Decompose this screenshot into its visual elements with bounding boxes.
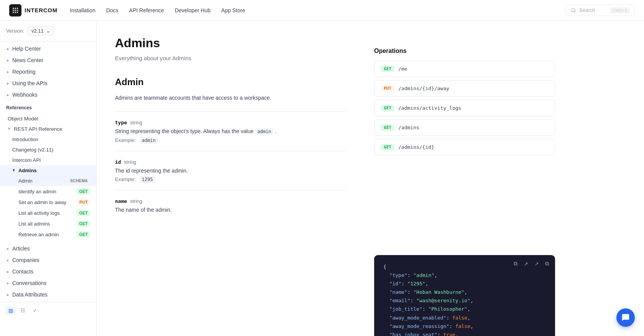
page-subtitle: Everything about your Admins bbox=[115, 55, 347, 61]
svg-rect-5 bbox=[17, 10, 18, 11]
field-example-id: Example: 1295 bbox=[115, 176, 347, 182]
sidebar-item-set-admin-away[interactable]: Set an admin to away PUT bbox=[0, 197, 96, 208]
svg-rect-0 bbox=[13, 8, 14, 9]
sidebar-section-more: ► Articles ► Companies ► Contacts ► bbox=[0, 241, 96, 302]
nav-api-reference[interactable]: API Reference bbox=[129, 7, 164, 13]
code-content: { "type": "admin", "id": "1295", "name":… bbox=[383, 263, 546, 336]
field-example-type: Example: admin bbox=[115, 137, 347, 143]
sidebar-item-changelog[interactable]: Changelog (v2.11) bbox=[0, 145, 96, 155]
sidebar-item-label: Contacts bbox=[12, 268, 33, 275]
field-type: type string String representing the obje… bbox=[115, 119, 347, 143]
field-desc-name: The name of the admin. bbox=[115, 206, 347, 214]
sidebar-item-label: Webhooks bbox=[12, 92, 38, 98]
field-type-label: string bbox=[130, 120, 142, 125]
sidebar-item-reporting[interactable]: ► Reporting bbox=[0, 66, 96, 77]
nav-installation[interactable]: Installation bbox=[70, 7, 95, 13]
sidebar-item-list-activity-logs[interactable]: List all activity logs GET bbox=[0, 208, 96, 218]
sidebar-item-using-apis[interactable]: ► Using the APIs bbox=[0, 77, 96, 89]
logo[interactable]: INTERCOM bbox=[9, 4, 58, 16]
sidebar-item-help-center[interactable]: ► Help Center bbox=[0, 43, 96, 54]
sidebar-item-retrieve-admin[interactable]: Retrieve an admin GET bbox=[0, 229, 96, 240]
code-collapse-button[interactable]: ⧉ bbox=[512, 260, 519, 268]
op-method-put: PUT bbox=[381, 85, 394, 92]
sidebar-item-conversations[interactable]: ► Conversations bbox=[0, 277, 96, 289]
operation-get-admin-id[interactable]: GET /admins/{id} bbox=[374, 139, 555, 155]
code-toolbar: ⧉ ↗ ↗ ⧉ bbox=[512, 260, 550, 268]
sidebar-item-news-center[interactable]: ► News Center bbox=[0, 54, 96, 66]
page-title: Admins bbox=[115, 36, 347, 50]
op-method-get: GET bbox=[381, 124, 394, 131]
search-shortcut: CMD+K bbox=[610, 7, 630, 13]
chevron-icon: ► bbox=[6, 93, 10, 97]
admins-children: Admin SCHEMA Identify an admin GET Set a… bbox=[0, 176, 96, 240]
sidebar-item-webhooks[interactable]: ► Webhooks bbox=[0, 89, 96, 100]
nav-app-store[interactable]: App Store bbox=[221, 7, 245, 13]
sidebar-section-references: Object Model ► REST API Reference Introd… bbox=[0, 112, 96, 241]
sidebar-item-label: News Center bbox=[12, 57, 43, 63]
sidebar-item-introduction[interactable]: Introduction bbox=[0, 134, 96, 145]
sidebar-item-label: Articles bbox=[12, 245, 30, 252]
version-label: Version: bbox=[6, 28, 24, 34]
sidebar-item-rest-api[interactable]: ► REST API Reference bbox=[0, 124, 96, 134]
sidebar-item-admins[interactable]: ► Admins bbox=[0, 165, 96, 176]
operation-get-admins[interactable]: GET /admins bbox=[374, 119, 555, 136]
layout: Version: v2.11 ⌄ ► Help Center ► News Ce… bbox=[0, 21, 644, 336]
code-inline-admin: admin bbox=[255, 128, 273, 135]
sidebar-leaf-label: Admin bbox=[18, 178, 33, 184]
badge-get: GET bbox=[77, 210, 90, 216]
badge-put: PUT bbox=[77, 199, 90, 205]
sidebar-item-list-admins[interactable]: List all admins GET bbox=[0, 218, 96, 229]
op-path: /admins bbox=[398, 125, 419, 130]
sidebar-item-intercom-api[interactable]: Intercom API bbox=[0, 155, 96, 165]
svg-rect-6 bbox=[13, 12, 14, 13]
nav-docs[interactable]: Docs bbox=[106, 7, 118, 13]
sidebar-item-admin[interactable]: Admin SCHEMA bbox=[0, 176, 96, 186]
code-block: ⧉ ↗ ↗ ⧉ { "type": "admin", "id": "1295",… bbox=[374, 255, 555, 336]
sidebar-item-contacts[interactable]: ► Contacts bbox=[0, 266, 96, 277]
sidebar-leaf-label: Intercom API bbox=[12, 157, 41, 163]
topnav: INTERCOM Installation Docs API Reference… bbox=[0, 0, 644, 21]
sidebar-item-identify-admin[interactable]: Identify an admin GET bbox=[0, 186, 96, 197]
operation-get-activity[interactable]: GET /admins/activity_logs bbox=[374, 100, 555, 116]
main-content-area: Admins Everything about your Admins Admi… bbox=[97, 21, 644, 336]
code-expand-button[interactable]: ↗ bbox=[522, 260, 530, 268]
view-mode-button-3[interactable]: ✓ bbox=[30, 306, 40, 315]
op-method-get: GET bbox=[381, 66, 394, 72]
operation-get-me[interactable]: GET /me bbox=[374, 61, 555, 77]
sidebar-item-label: Data Attributes bbox=[12, 292, 48, 298]
right-panel: Operations GET /me PUT /admins/{id}/away… bbox=[365, 21, 564, 336]
divider bbox=[115, 111, 347, 112]
view-mode-button-1[interactable]: ▧ bbox=[5, 306, 16, 315]
divider bbox=[115, 151, 347, 151]
operation-put-away[interactable]: PUT /admins/{id}/away bbox=[374, 80, 555, 97]
divider bbox=[115, 190, 347, 190]
sidebar-item-companies[interactable]: ► Companies bbox=[0, 254, 96, 266]
chevron-icon: ► bbox=[6, 293, 10, 297]
chevron-icon: ► bbox=[6, 47, 10, 51]
field-name-id: id bbox=[115, 159, 121, 165]
svg-rect-3 bbox=[13, 10, 14, 11]
version-select[interactable]: v2.11 ⌄ bbox=[27, 26, 54, 36]
chevron-icon: ► bbox=[12, 169, 16, 173]
svg-point-9 bbox=[572, 8, 575, 12]
nav-developer-hub[interactable]: Developer Hub bbox=[175, 7, 210, 13]
chevron-icon: ► bbox=[6, 58, 10, 63]
search-box[interactable]: Search CMD+K bbox=[566, 5, 635, 16]
badge-get: GET bbox=[77, 231, 90, 237]
sidebar-item-label: Companies bbox=[12, 257, 39, 263]
view-mode-button-2[interactable]: ☷ bbox=[18, 306, 28, 315]
badge-get: GET bbox=[77, 221, 90, 227]
operations-section: Operations GET /me PUT /admins/{id}/away… bbox=[374, 48, 555, 155]
section-title-admin: Admin bbox=[115, 77, 347, 87]
sidebar-item-object-model[interactable]: Object Model bbox=[0, 114, 96, 124]
sidebar-item-data-attributes[interactable]: ► Data Attributes bbox=[0, 289, 96, 300]
sidebar-bottom-toolbar: ▧ ☷ ✓ bbox=[0, 302, 96, 319]
rest-api-children: Introduction Changelog (v2.11) Intercom … bbox=[0, 134, 96, 240]
chevron-icon: ► bbox=[6, 70, 10, 74]
chat-button[interactable] bbox=[616, 308, 635, 327]
code-copy-button[interactable]: ⧉ bbox=[544, 260, 550, 268]
code-fullscreen-button[interactable]: ↗ bbox=[533, 260, 540, 268]
sidebar-item-articles[interactable]: ► Articles bbox=[0, 243, 96, 254]
field-desc-type: String representing the object's type. A… bbox=[115, 127, 347, 135]
chevron-icon: ► bbox=[6, 281, 10, 285]
